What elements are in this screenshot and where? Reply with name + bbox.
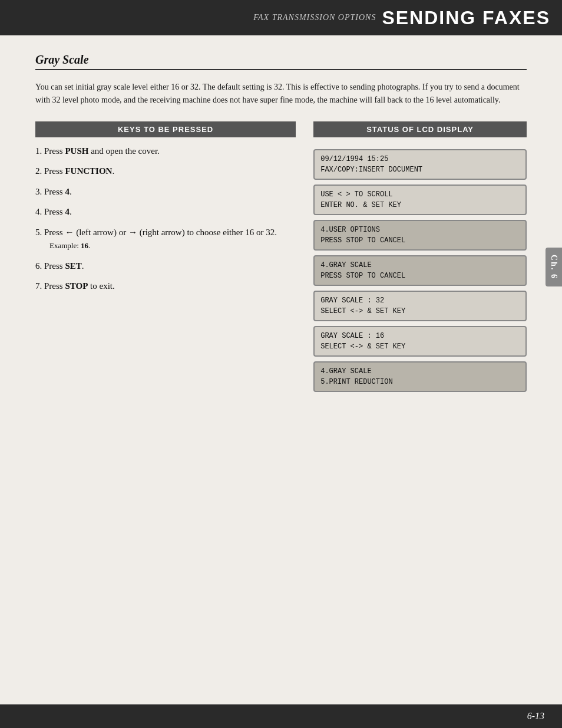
lcd-5-line2: SELECT <-> & SET KEY <box>320 306 520 317</box>
step-7-number: 7. Press <box>35 281 65 291</box>
step-4-bold: 4 <box>65 207 70 216</box>
lcd-1-line1: 09/12/1994 15:25 <box>320 154 520 164</box>
lcd-display-7: 4.GRAY SCALE 5.PRINT REDUCTION <box>313 361 527 392</box>
step-6-number: 6. Press <box>35 261 65 271</box>
header-title: SENDING FAXES <box>382 7 550 29</box>
step-7-bold: STOP <box>65 281 88 291</box>
step-1-rest: and open the cover. <box>88 146 159 156</box>
lcd-7-line1: 4.GRAY SCALE <box>320 366 520 377</box>
lcd-display-2: USE < > TO SCROLL ENTER NO. & SET KEY <box>313 185 527 215</box>
step-1-bold: PUSH <box>65 146 88 156</box>
lcd-display-4: 4.GRAY SCALE PRESS STOP TO CANCEL <box>313 255 527 286</box>
step-4-rest: . <box>70 207 72 216</box>
step-7: 7. Press STOP to exit. <box>35 279 296 293</box>
step-6: 6. Press SET. <box>35 259 296 273</box>
section-description: You can set initial gray scale level eit… <box>35 81 527 107</box>
step-1: 1. Press PUSH and open the cover. <box>35 144 296 158</box>
lcd-2-line1: USE < > TO SCROLL <box>320 189 520 200</box>
step-2: 2. Press FUNCTION. <box>35 164 296 178</box>
lcd-4-line1: 4.GRAY SCALE <box>320 260 520 271</box>
step-2-rest: . <box>112 166 114 176</box>
right-column-header: STATUS OF LCD DISPLAY <box>313 121 527 137</box>
section-title: Gray Scale <box>35 53 527 70</box>
lcd-7-line2: 5.PRINT REDUCTION <box>320 377 520 387</box>
lcd-display-3: 4.USER OPTIONS PRESS STOP TO CANCEL <box>313 220 527 251</box>
step-2-bold: FUNCTION <box>65 166 112 176</box>
left-column: KEYS TO BE PRESSED 1. Press PUSH and ope… <box>35 121 296 300</box>
lcd-6-line2: SELECT <-> & SET KEY <box>320 341 520 352</box>
lcd-6-line1: GRAY SCALE : 16 <box>320 331 520 341</box>
step-3-number: 3. Press <box>35 187 65 196</box>
step-6-bold: SET <box>65 261 81 271</box>
page-footer: 6-13 <box>0 704 562 728</box>
page-content: Gray Scale You can set initial gray scal… <box>0 35 562 427</box>
step-5: 5. Press ← (left arrow) or → (right arro… <box>35 226 296 252</box>
step-2-number: 2. Press <box>35 166 65 176</box>
lcd-3-line1: 4.USER OPTIONS <box>320 225 520 235</box>
lcd-3-line2: PRESS STOP TO CANCEL <box>320 235 520 246</box>
step-5-text: 5. Press ← (left arrow) or → (right arro… <box>35 228 277 237</box>
two-column-layout: KEYS TO BE PRESSED 1. Press PUSH and ope… <box>35 121 527 392</box>
step-3-bold: 4 <box>65 187 70 196</box>
step-5-example: Example: 16. <box>49 241 90 250</box>
page-number: 6-13 <box>527 711 544 722</box>
header-subtitle: FAX TRANSMISSION OPTIONS <box>253 13 376 22</box>
page-header: FAX TRANSMISSION OPTIONS SENDING FAXES <box>0 0 562 35</box>
lcd-display-5: GRAY SCALE : 32 SELECT <-> & SET KEY <box>313 291 527 321</box>
step-3: 3. Press 4. <box>35 185 296 199</box>
step-4-number: 4. Press <box>35 207 65 216</box>
lcd-1-line2: FAX/COPY:INSERT DOCUMENT <box>320 164 520 175</box>
lcd-display-6: GRAY SCALE : 16 SELECT <-> & SET KEY <box>313 326 527 357</box>
right-column: STATUS OF LCD DISPLAY 09/12/1994 15:25 F… <box>313 121 527 392</box>
step-4: 4. Press 4. <box>35 205 296 219</box>
step-6-rest: . <box>82 261 84 271</box>
step-3-rest: . <box>70 187 72 196</box>
lcd-2-line2: ENTER NO. & SET KEY <box>320 200 520 210</box>
lcd-4-line2: PRESS STOP TO CANCEL <box>320 271 520 281</box>
lcd-display-1: 09/12/1994 15:25 FAX/COPY:INSERT DOCUMEN… <box>313 149 527 180</box>
step-1-number: 1. Press <box>35 146 65 156</box>
chapter-tab: Ch. 6 <box>546 248 562 286</box>
lcd-5-line1: GRAY SCALE : 32 <box>320 295 520 306</box>
step-7-rest: to exit. <box>88 281 114 291</box>
left-column-header: KEYS TO BE PRESSED <box>35 121 296 137</box>
